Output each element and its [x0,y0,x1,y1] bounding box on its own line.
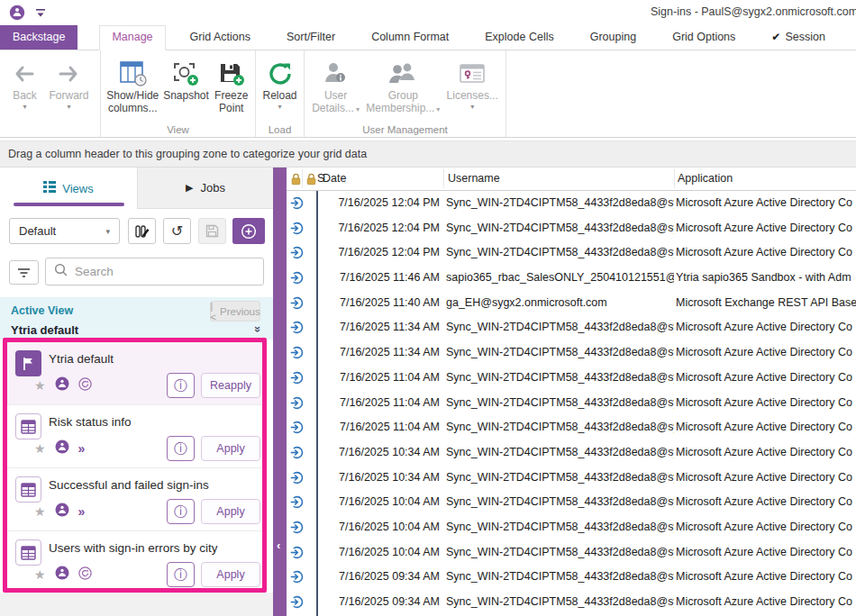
sign-in-icon [290,546,304,562]
reapply-button[interactable]: Reapply [201,373,260,398]
column-header-username[interactable]: Username [448,172,500,185]
edit-views-button[interactable] [128,218,156,244]
table-row[interactable]: 7/16/2025 11:04 AM Sync_WIN-2TD4CIPTM58_… [287,415,856,440]
group-membership-button[interactable]: GroupMembership...▾ [363,54,442,121]
flag-icon [15,350,41,376]
back-button[interactable]: Back ▾ [5,54,43,115]
view-group-select[interactable]: Default ▾ [9,218,120,244]
table-row[interactable]: 7/16/2025 10:34 AM Sync_WIN-2TD4CIPTM58_… [287,466,856,491]
tab-sort-filter[interactable]: Sort/Filter [275,25,347,50]
user-details-button[interactable]: UserDetails...▾ [308,54,363,121]
tab-grouping[interactable]: Grouping [578,25,648,50]
quick-access-menu-icon[interactable] [34,6,47,19]
table-row[interactable]: 7/16/2025 10:04 AM Sync_WIN-2TD4CIPTM58_… [287,515,856,540]
view-info-button[interactable]: ⓘ [167,436,195,461]
star-icon[interactable]: ★ [34,379,46,392]
view-name: Risk status info [49,415,132,429]
licenses-icon [457,59,487,89]
ytria-badge-icon [55,566,69,584]
cell-date: 7/16/2025 12:04 PM [319,222,440,234]
column-header-application[interactable]: Application [678,172,733,185]
table-row[interactable]: 7/16/2025 11:40 AM ga_EH@sygx2.onmicroso… [287,291,856,316]
column-header-date[interactable]: Date [323,172,346,185]
view-card-successful-failed-signins[interactable]: Successful and failed sign-ins ★ » ⓘ App… [7,468,262,531]
star-icon[interactable]: ★ [34,442,46,455]
column-separator [443,169,444,188]
tab-windows[interactable]: Windows [850,25,856,50]
table-row[interactable]: 7/16/2025 11:34 AM Sync_WIN-2TD4CIPTM58_… [287,340,856,366]
panel-collapse-strip[interactable]: ‹ [273,168,287,616]
grid-rows: 7/16/2025 12:04 PM Sync_WIN-2TD4CIPTM58_… [287,191,856,616]
ribbon-group-label-view: View [101,124,255,136]
table-row[interactable]: 7/16/2025 11:04 AM Sync_WIN-2TD4CIPTM58_… [287,366,856,391]
cell-username: Sync_WIN-2TD4CIPTM58_4433f2d8eda8@syg [446,371,674,384]
star-icon[interactable]: ★ [34,505,46,518]
sign-in-icon [290,595,304,611]
view-info-button[interactable]: ⓘ [167,373,195,398]
table-row[interactable]: 7/16/2025 09:34 AM Sync_WIN-2TD4CIPTM58_… [287,590,856,615]
apply-button[interactable]: Apply [201,562,260,587]
reload-button[interactable]: Reload ▾ [260,54,300,115]
cell-date: 7/16/2025 11:04 AM [319,421,440,433]
show-hide-columns-button[interactable]: Show/Hidecolumns... [105,54,160,119]
filter-views-button[interactable] [9,260,39,285]
view-card-ytria-default[interactable]: Ytria default ★ ⓘ Reapply [7,342,262,405]
jobs-play-icon: ▶ [186,182,193,194]
apply-button[interactable]: Apply [201,499,260,524]
add-view-button[interactable] [232,218,265,244]
forward-button[interactable]: Forward ▾ [43,54,94,115]
table-row[interactable]: 7/16/2025 10:04 AM Sync_WIN-2TD4CIPTM58_… [287,540,856,566]
tab-grid-actions[interactable]: Grid Actions [178,25,262,50]
search-box[interactable] [45,258,264,285]
ribbon-group-label-load: Load [256,124,304,136]
cell-date: 7/16/2025 12:04 PM [319,246,440,258]
licenses-button[interactable]: Licenses... ▾ [443,54,502,115]
view-card-risk-status-info[interactable]: Risk status info ★ » ⓘ Apply [7,405,262,468]
view-info-button[interactable]: ⓘ [167,562,195,587]
ytria-badge-icon [55,376,69,394]
tab-jobs[interactable]: ▶ Jobs [137,168,273,209]
tab-explode-cells[interactable]: Explode Cells [473,25,565,50]
table-row[interactable]: 7/16/2025 12:04 PM Sync_WIN-2TD4CIPTM58_… [287,240,856,266]
tab-session[interactable]: ✔Session [760,25,837,50]
table-row[interactable]: 7/16/2025 11:34 AM Sync_WIN-2TD4CIPTM58_… [287,315,856,340]
tab-column-format[interactable]: Column Format [360,25,460,50]
table-row[interactable]: 7/16/2025 09:34 AM Sync_WIN-2TD4CIPTM58_… [287,565,856,590]
search-input[interactable] [75,265,255,278]
sidebar-footer [0,593,273,616]
table-row[interactable]: 7/16/2025 12:04 PM Sync_WIN-2TD4CIPTM58_… [287,216,856,241]
cell-username: Sync_WIN-2TD4CIPTM58_4433f2d8eda8@syg [446,595,674,608]
collapse-section-icon[interactable]: » [251,326,265,332]
table-row[interactable]: 7/16/2025 11:46 AM sapio365_rbac_SalesON… [287,266,856,291]
tab-jobs-label: Jobs [201,181,225,195]
caret-down-icon: ▾ [436,105,440,113]
undo-button[interactable]: ↺ [163,218,191,244]
grouping-zone[interactable]: Drag a column header to this grouping zo… [0,140,856,168]
freeze-point-button[interactable]: FreezePoint [212,54,251,119]
star-icon[interactable]: ★ [34,568,46,581]
table-row[interactable]: 7/16/2025 12:04 PM Sync_WIN-2TD4CIPTM58_… [287,191,856,216]
snapshot-button[interactable]: Snapshot [160,54,211,106]
tab-grid-options[interactable]: Grid Options [660,25,747,50]
sign-in-icon [290,371,304,387]
ribbon-group-view: Show/Hidecolumns... Snapshot FreezePoint… [101,50,256,137]
auto-apply-icon [78,566,92,584]
table-row[interactable]: 7/16/2025 10:04 AM Sync_WIN-2TD4CIPTM58_… [287,490,856,515]
save-view-button[interactable] [198,218,226,244]
auto-apply-icon [78,377,92,394]
tab-views-label: Views [62,182,93,195]
tab-backstage[interactable]: Backstage [0,25,77,50]
view-card-signin-errors-by-city[interactable]: Users with sign-in errors by city ★ ⓘ Ap… [7,531,262,594]
tab-manage[interactable]: Manage [99,25,165,50]
apply-button[interactable]: Apply [201,436,260,461]
previous-view-button[interactable]: |< Previous [210,301,260,322]
table-row[interactable]: 7/16/2025 11:04 AM Sync_WIN-2TD4CIPTM58_… [287,391,856,416]
cell-username: Sync_WIN-2TD4CIPTM58_4433f2d8eda8@syg [446,570,674,583]
grid-header-row[interactable]: S Date Username Application [287,168,856,191]
cell-date: 7/16/2025 10:34 AM [319,471,440,484]
cell-date: 7/16/2025 09:34 AM [319,595,440,608]
view-info-button[interactable]: ⓘ [167,499,195,524]
cell-username: Sync_WIN-2TD4CIPTM58_4433f2d8eda8@syg [446,546,674,558]
table-row[interactable]: 7/16/2025 10:34 AM Sync_WIN-2TD4CIPTM58_… [287,440,856,466]
collapse-panel-icon: ‹ [277,539,280,552]
